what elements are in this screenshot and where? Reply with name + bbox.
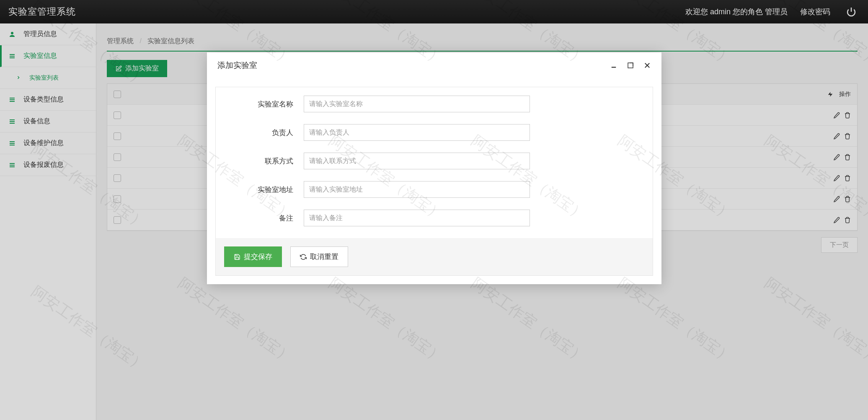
input-contact[interactable] (304, 153, 530, 169)
minimize-button[interactable] (610, 62, 617, 69)
modal-header: 添加实验室 (207, 52, 661, 78)
modal-title: 添加实验室 (217, 60, 610, 71)
label-remark: 备注 (224, 213, 304, 223)
form-panel: 实验室名称 负责人 联系方式 实验室地址 备注 (215, 87, 653, 276)
recycle-icon (300, 254, 307, 260)
reset-button[interactable]: 取消重置 (290, 246, 348, 267)
svg-rect-19 (628, 63, 633, 68)
maximize-button[interactable] (627, 62, 634, 69)
input-address[interactable] (304, 181, 530, 198)
label-owner: 负责人 (224, 128, 304, 137)
label-contact: 联系方式 (224, 156, 304, 166)
minimize-icon (610, 62, 617, 69)
input-lab-name[interactable] (304, 96, 530, 112)
maximize-icon (627, 62, 634, 69)
label-lab-name: 实验室名称 (224, 99, 304, 109)
submit-button[interactable]: 提交保存 (224, 246, 282, 267)
input-owner[interactable] (304, 124, 530, 141)
modal-overlay: 添加实验室 实验室名称 负责人 (0, 0, 868, 420)
save-icon (234, 254, 240, 260)
close-icon (643, 62, 651, 69)
reset-label: 取消重置 (310, 252, 338, 262)
submit-label: 提交保存 (244, 252, 272, 262)
label-address: 实验室地址 (224, 185, 304, 194)
modal: 添加实验室 实验室名称 负责人 (207, 52, 661, 284)
input-remark[interactable] (304, 210, 530, 226)
close-button[interactable] (643, 62, 651, 69)
